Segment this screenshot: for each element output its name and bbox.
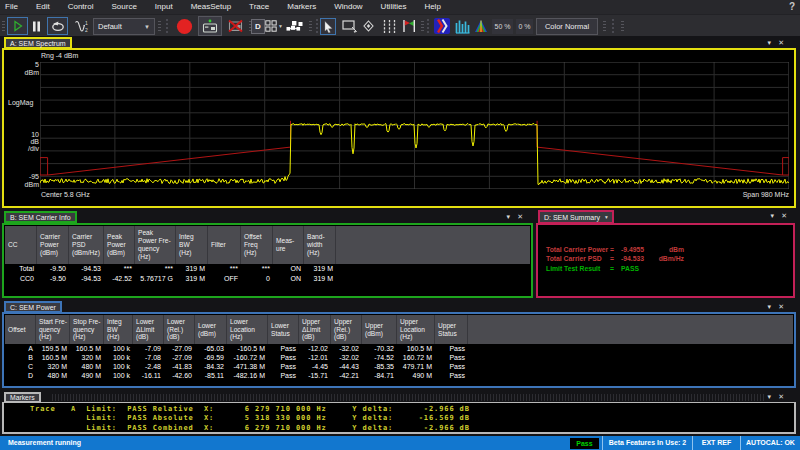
menu-file[interactable]: File: [0, 0, 27, 14]
toolbar-grip: [158, 21, 161, 31]
display-mode-button[interactable]: D: [251, 19, 265, 34]
table-cell: 319 M: [176, 274, 208, 284]
marker-flags-button[interactable]: [400, 17, 417, 35]
power-row[interactable]: A159.5 M160.5 M100 k-7.09-27.09-65.03-16…: [5, 344, 793, 353]
menu-control[interactable]: Control: [59, 0, 103, 14]
summary-text: -9.4955: [621, 246, 644, 254]
column-header: Lower Status: [268, 315, 299, 344]
zoom-percent-box[interactable]: 50 %: [492, 19, 513, 34]
zoom-select-button[interactable]: [341, 17, 359, 35]
close-button[interactable]: ✕: [781, 212, 787, 220]
menu-meassetup[interactable]: MeasSetup: [182, 0, 240, 14]
spectrum-body: Rng -4 dBm 5dBm LogMag 10dB/div -95dBm C…: [2, 48, 796, 208]
pass-status-badge: Pass: [570, 438, 599, 449]
table-cell: 100 k: [104, 371, 133, 380]
tab-markers[interactable]: Markers: [4, 392, 41, 403]
table-cell: -94.53: [69, 274, 104, 284]
single-sweep-button[interactable]: 1 2: [74, 17, 90, 35]
tab-sem-carrier-info[interactable]: B: SEM Carrier Info: [4, 211, 77, 223]
minimize-button[interactable]: ▾: [768, 39, 772, 47]
table-cell: 160.5 M: [70, 344, 104, 353]
spectrum-plot[interactable]: [40, 62, 789, 189]
menu-help[interactable]: Help: [415, 0, 449, 14]
table-cell: 319 M: [304, 274, 336, 284]
table-cell: 490 M: [70, 371, 104, 380]
menu-edit[interactable]: Edit: [27, 0, 59, 14]
minimize-button[interactable]: ▾: [771, 212, 775, 220]
color-scheme-value: Color Normal: [545, 22, 589, 31]
table-cell: -69.59: [195, 353, 227, 362]
table-cell: 160.72 M: [397, 353, 435, 362]
menu-source[interactable]: Source: [102, 0, 145, 14]
run-button[interactable]: [7, 17, 28, 35]
density-button[interactable]: [454, 17, 470, 35]
close-button[interactable]: ✕: [778, 393, 784, 401]
minimize-button[interactable]: ▾: [768, 393, 772, 401]
table-cell: -84.32: [195, 362, 227, 371]
pause-button[interactable]: [30, 17, 42, 35]
window-title: B: SEM Carrier Info: [10, 214, 71, 221]
trace-fan-button[interactable]: [473, 17, 488, 35]
power-row[interactable]: C320 M480 M100 k-2.48-41.83-84.32-471.38…: [5, 362, 793, 371]
tile-windows-button[interactable]: [286, 17, 303, 35]
menu-utilities[interactable]: Utilities: [372, 0, 416, 14]
carrier-info-table: CCCarrier Power (dBm)Carrier PSD (dBm/Hz…: [5, 226, 530, 295]
minimize-button[interactable]: ▾: [768, 303, 772, 311]
help-icon[interactable]: ?: [789, 1, 795, 12]
menu-markers[interactable]: Markers: [278, 0, 325, 14]
menu-trace[interactable]: Trace: [240, 0, 278, 14]
center-freq-label: Center 5.8 GHz: [41, 191, 90, 199]
record-button[interactable]: [174, 17, 194, 35]
beta-features-status[interactable]: Beta Features In Use: 2: [602, 436, 692, 450]
tab-sem-spectrum[interactable]: A: SEM Spectrum: [4, 37, 72, 49]
power-row[interactable]: D480 M490 M100 k-16.11-42.60-85.11-482.1…: [5, 371, 793, 380]
power-row[interactable]: B160.5 M320 M100 k-7.08-27.09-69.59-160.…: [5, 353, 793, 362]
menu-window[interactable]: Window: [325, 0, 371, 14]
ext-ref-status[interactable]: EXT REF: [692, 436, 740, 450]
toolbar: 1 2 Default ▼: [0, 14, 800, 36]
preset-dropdown[interactable]: Default ▼: [93, 18, 155, 35]
span-label: Span 980 MHz: [719, 191, 789, 199]
summary-text: =: [610, 255, 614, 263]
table-cell: ***: [135, 264, 176, 274]
table-cell: Pass: [435, 371, 468, 380]
table-cell: -12.02: [299, 344, 331, 353]
table-cell: 160.5 M: [36, 353, 70, 362]
screenshot-button[interactable]: [198, 16, 222, 36]
close-button[interactable]: ✕: [517, 213, 523, 221]
table-cell: -471.38 M: [227, 362, 268, 371]
toolbar-separator: [166, 19, 168, 33]
table-cell: -70.32: [362, 344, 397, 353]
carrier-info-row[interactable]: CC0-9.50-94.53-42.525.76717 G319 MOFF0ON…: [5, 274, 530, 284]
close-button[interactable]: ✕: [778, 303, 784, 311]
minimize-button[interactable]: ▾: [507, 213, 511, 221]
table-cell: 319 M: [176, 264, 208, 274]
toolbar-grip: [621, 21, 624, 31]
window-layout-button[interactable]: ▼: [265, 17, 283, 35]
table-cell: Total: [5, 264, 37, 274]
carrier-info-row[interactable]: Total-9.50-94.53******319 M******ON319 M: [5, 264, 530, 274]
tab-sem-power[interactable]: C: SEM Power: [4, 301, 62, 313]
markers-body: Trace A Limit: PASS Relative X: 6 279 71…: [2, 402, 796, 434]
column-header: Lower Location (Hz): [227, 315, 268, 344]
window-title: D: SEM Summary: [544, 214, 600, 221]
menu-input[interactable]: Input: [146, 0, 182, 14]
column-header: Stop Fre- quency (Hz): [70, 315, 104, 344]
select-cursor-button[interactable]: [320, 18, 336, 35]
close-button[interactable]: ✕: [778, 39, 784, 47]
pan-percent-box[interactable]: 0 %: [516, 19, 533, 34]
marker-lines-button[interactable]: [381, 17, 397, 35]
play-icon: [12, 20, 24, 32]
autocal-status[interactable]: AUTOCAL: OK: [740, 436, 800, 450]
summary-body: Total Carrier Power=-9.4955dBmTotal Carr…: [536, 223, 795, 298]
table-cell: -65.03: [195, 344, 227, 353]
color-scheme-dropdown[interactable]: Color Normal: [536, 18, 598, 35]
tab-sem-summary[interactable]: D: SEM Summary ▾: [538, 210, 614, 224]
marker-diamond-button[interactable]: [362, 17, 374, 35]
screenshot-off-button[interactable]: [226, 17, 245, 35]
spectrogram-button[interactable]: [433, 17, 450, 35]
table-cell: -85.11: [195, 371, 227, 380]
restart-button[interactable]: [47, 17, 68, 35]
column-header: Meas- ure: [273, 226, 304, 264]
table-cell: 100 k: [104, 353, 133, 362]
